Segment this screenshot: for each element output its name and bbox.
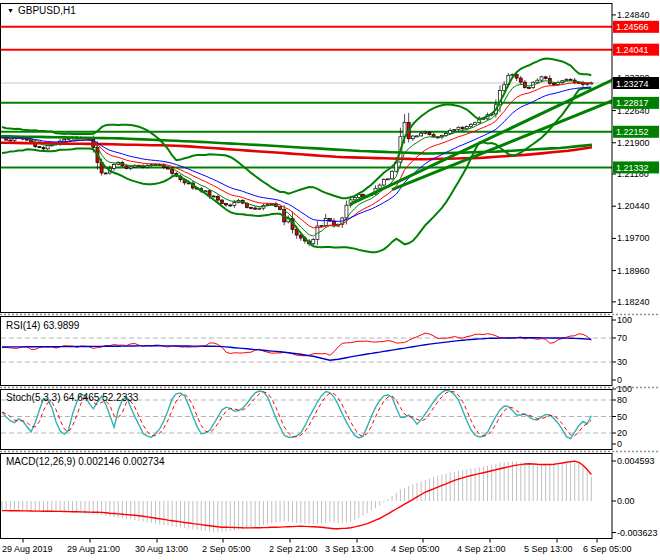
rsi-indicator-label: RSI(14) 63.9899: [6, 320, 79, 331]
svg-text:1.22152: 1.22152: [616, 127, 649, 137]
macd-histogram: [2, 461, 591, 532]
bull-candle: [113, 165, 116, 169]
bear-candle: [528, 87, 531, 88]
svg-text:0: 0: [617, 439, 622, 449]
bull-candle: [320, 225, 323, 226]
ma-bollinger-layer: [0, 59, 613, 253]
svg-text:100: 100: [617, 384, 632, 394]
bear-candle: [225, 204, 228, 205]
svg-text:1.19700: 1.19700: [617, 233, 650, 243]
bear-candle: [42, 148, 45, 149]
symbol-timeframe-label[interactable]: ▼GBPUSD,H1: [7, 5, 76, 16]
bear-candle: [212, 196, 215, 197]
bull-candle: [469, 125, 472, 127]
bear-candle: [104, 173, 107, 174]
svg-text:70: 70: [617, 333, 627, 343]
svg-text:20: 20: [617, 428, 627, 438]
bull-candle: [378, 185, 381, 188]
stoch-indicator-label: Stoch(5,3,3) 64.6465 52.2333: [6, 392, 138, 403]
bull-candle: [457, 127, 460, 129]
svg-text:1.23274: 1.23274: [616, 79, 649, 89]
bull-candle: [540, 77, 543, 80]
bear-candle: [552, 84, 555, 85]
svg-text:1.20440: 1.20440: [617, 201, 650, 211]
svg-text:1.24041: 1.24041: [616, 45, 649, 55]
bollinger-upper-line: [2, 59, 591, 199]
main-chart-panel[interactable]: [0, 27, 613, 252]
svg-text:5 Sep 13:00: 5 Sep 13:00: [524, 544, 573, 554]
macd-panel[interactable]: 0.0045930.00-0.003623: [2, 456, 658, 537]
svg-text:1.18240: 1.18240: [617, 297, 650, 307]
svg-text:1.18960: 1.18960: [617, 266, 650, 276]
svg-text:100: 100: [617, 315, 632, 325]
bull-candle: [449, 131, 452, 134]
svg-text:50: 50: [617, 412, 627, 422]
bear-candle: [519, 78, 522, 82]
bull-candle: [411, 136, 414, 139]
bull-candle: [453, 130, 456, 131]
time-axis: 29 Aug 201929 Aug 21:0030 Aug 13:002 Sep…: [2, 539, 632, 555]
bull-candle: [424, 132, 427, 133]
bull-candle: [129, 167, 132, 169]
bull-candle: [416, 136, 419, 137]
bull-candle: [324, 219, 327, 226]
bear-candle: [125, 166, 128, 169]
macd-indicator-label: MACD(12,26,9) 0.002146 0.002734: [6, 456, 164, 467]
svg-text:80: 80: [617, 395, 627, 405]
symbol-label-text: GBPUSD,H1: [18, 5, 76, 16]
trading-chart-window: 1.248401.233801.226401.219001.211801.204…: [0, 0, 660, 560]
bear-candle: [229, 205, 232, 206]
candles-layer: [1, 73, 593, 246]
bull-candle: [474, 123, 477, 125]
bull-candle: [465, 126, 468, 128]
svg-text:0.00: 0.00: [617, 496, 635, 506]
bear-candle: [544, 77, 547, 79]
svg-text:4 Sep 05:00: 4 Sep 05:00: [391, 544, 440, 554]
bear-candle: [220, 200, 223, 204]
chevron-down-icon: ▼: [7, 7, 14, 14]
svg-text:3 Sep 13:00: 3 Sep 13:00: [325, 544, 374, 554]
bull-candle: [63, 139, 66, 141]
bull-candle: [258, 208, 261, 209]
svg-text:1.21332: 1.21332: [616, 163, 649, 173]
chart-canvas[interactable]: 1.248401.233801.226401.219001.211801.204…: [0, 0, 660, 560]
svg-text:0.004593: 0.004593: [617, 456, 655, 466]
svg-text:1.24840: 1.24840: [617, 10, 650, 20]
bull-candle: [536, 80, 539, 82]
svg-text:2 Sep 05:00: 2 Sep 05:00: [202, 544, 251, 554]
bear-candle: [250, 207, 253, 208]
svg-text:30 Aug 13:00: 30 Aug 13:00: [135, 544, 188, 554]
bull-candle: [233, 202, 236, 205]
trendline[interactable]: [350, 80, 613, 205]
bull-candle: [420, 133, 423, 136]
bull-candle: [586, 84, 589, 85]
price-axis: 1.248401.233801.226401.219001.211801.204…: [612, 10, 659, 307]
bull-candle: [386, 179, 389, 180]
bull-candle: [312, 239, 315, 243]
svg-text:29 Aug 2019: 29 Aug 2019: [2, 544, 53, 554]
bear-candle: [171, 169, 174, 173]
svg-text:1.22817: 1.22817: [616, 98, 649, 108]
bear-candle: [461, 127, 464, 129]
bull-candle: [353, 198, 356, 200]
rsi-smoothed-line: [2, 338, 591, 361]
svg-text:-0.003623: -0.003623: [617, 528, 658, 538]
fast-ema-line: [2, 81, 591, 236]
rsi-panel[interactable]: 10070300: [1, 315, 632, 385]
bear-candle: [38, 147, 41, 148]
svg-text:4 Sep 21:00: 4 Sep 21:00: [457, 544, 506, 554]
svg-text:2 Sep 21:00: 2 Sep 21:00: [269, 544, 318, 554]
bear-candle: [9, 140, 12, 141]
svg-text:6 Sep 05:00: 6 Sep 05:00: [583, 544, 632, 554]
bear-candle: [254, 208, 257, 209]
bear-candle: [569, 79, 572, 80]
bull-candle: [565, 79, 568, 80]
svg-text:30: 30: [617, 357, 627, 367]
rsi-line: [2, 333, 591, 356]
svg-text:1.21900: 1.21900: [617, 138, 650, 148]
svg-text:29 Aug 21:00: 29 Aug 21:00: [67, 544, 120, 554]
bear-candle: [428, 132, 431, 134]
bull-candle: [382, 179, 385, 185]
bull-candle: [391, 171, 394, 179]
bull-candle: [46, 146, 49, 149]
